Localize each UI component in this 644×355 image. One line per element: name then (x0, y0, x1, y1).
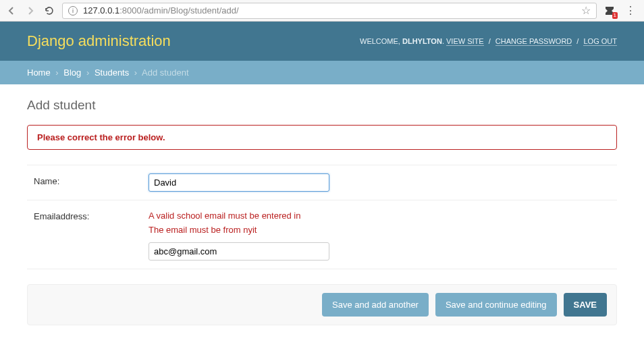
breadcrumb-home[interactable]: Home (27, 67, 51, 78)
form-row-name: Name: (27, 165, 617, 200)
breadcrumb-app[interactable]: Blog (63, 67, 81, 78)
extension-badge: 1 (612, 12, 618, 19)
extension-icon[interactable]: 1 (603, 5, 616, 17)
separator: / (486, 37, 493, 45)
forward-button[interactable] (24, 5, 36, 17)
email-error: A valid school email must be entered in (149, 209, 610, 223)
breadcrumb-model[interactable]: Students (95, 67, 129, 78)
save-add-another-button[interactable]: Save and add another (322, 293, 429, 317)
submit-row: Save and add another Save and continue e… (27, 284, 617, 325)
form-row-email: Emailaddress: A valid school email must … (27, 200, 617, 269)
email-errorlist: A valid school email must be entered in … (149, 209, 610, 237)
url-host: 127.0.0.1 (83, 5, 119, 16)
info-icon[interactable]: i (68, 6, 78, 16)
bookmark-star-icon[interactable]: ☆ (581, 4, 591, 17)
address-bar[interactable]: i 127.0.0.1:8000/admin/Blog/student/add/… (62, 3, 597, 19)
page-title: Add student (27, 98, 617, 113)
browser-menu-icon[interactable]: ⋮ (622, 4, 639, 17)
view-site-link[interactable]: VIEW SITE (446, 37, 484, 46)
logout-link[interactable]: LOG OUT (583, 37, 617, 46)
welcome-text: WELCOME, (360, 37, 400, 45)
separator: / (574, 37, 581, 45)
breadcrumb-sep: › (132, 67, 140, 78)
user-tools: WELCOME, DLHYLTON. VIEW SITE / CHANGE PA… (360, 37, 617, 45)
back-button[interactable] (5, 5, 18, 17)
save-continue-button[interactable]: Save and continue editing (435, 293, 557, 317)
url-path: :8000/admin/Blog/student/add/ (119, 5, 238, 16)
name-input[interactable] (149, 173, 329, 192)
change-password-link[interactable]: CHANGE PASSWORD (495, 37, 572, 46)
email-error: The email must be from nyit (149, 223, 610, 237)
browser-toolbar: i 127.0.0.1:8000/admin/Blog/student/add/… (0, 0, 644, 22)
site-title[interactable]: Django administration (27, 32, 171, 50)
reload-button[interactable] (43, 5, 55, 17)
save-button[interactable]: SAVE (564, 293, 607, 317)
site-header: Django administration WELCOME, DLHYLTON.… (0, 22, 644, 61)
breadcrumb-sep: › (53, 67, 61, 78)
breadcrumb-current: Add student (142, 67, 188, 78)
username: DLHYLTON (402, 37, 442, 45)
content: Add student Please correct the error bel… (0, 84, 644, 346)
name-label: Name: (34, 173, 149, 186)
email-label: Emailaddress: (34, 209, 149, 221)
breadcrumb-sep: › (84, 67, 92, 78)
email-input[interactable] (149, 242, 329, 261)
error-note: Please correct the error below. (27, 125, 617, 150)
breadcrumb: Home › Blog › Students › Add student (0, 61, 644, 84)
